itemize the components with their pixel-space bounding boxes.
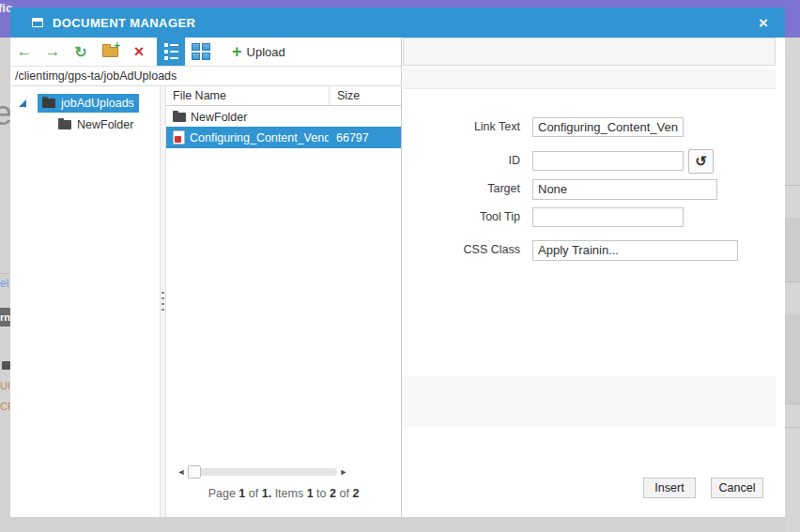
css-class-label: CSS Class — [402, 243, 520, 256]
background-table-column — [785, 38, 800, 532]
folder-icon — [58, 120, 71, 129]
scrollbar-thumb[interactable] — [188, 465, 201, 479]
file-row-newfolder[interactable]: NewFolder — [166, 109, 401, 126]
link-text-label: Link Text — [402, 120, 520, 133]
refresh-button[interactable]: ↻ — [67, 38, 95, 66]
background-row-divider — [785, 281, 800, 282]
background-icon-fragment — [2, 361, 10, 370]
target-selected-value: None — [538, 182, 567, 196]
background-button-fragment: rn — [0, 308, 10, 327]
upload-plus-icon: + — [232, 42, 242, 62]
upload-button[interactable]: + Upload — [226, 38, 291, 66]
grid-view-button[interactable] — [185, 38, 217, 66]
forward-button[interactable]: → — [38, 38, 67, 66]
column-header-size[interactable]: Size — [329, 86, 401, 105]
file-list-header: File Name Size — [166, 86, 401, 106]
horizontal-scrollbar: ◄ ► — [166, 464, 401, 479]
folder-tree-panel: jobAdUploads NewFolder — [10, 86, 160, 517]
delete-icon: × — [125, 42, 153, 62]
scroll-left-icon[interactable]: ◄ — [175, 467, 188, 477]
tree-node-jobaduploads[interactable]: jobAdUploads — [38, 94, 139, 113]
target-label: Target — [402, 182, 520, 195]
new-folder-button[interactable]: + — [95, 38, 125, 66]
css-class-select[interactable]: Apply Trainin... ▼ — [532, 240, 738, 261]
scrollbar-track[interactable] — [188, 468, 337, 476]
tool-tip-label: Tool Tip — [402, 210, 520, 223]
scroll-right-icon[interactable]: ► — [337, 467, 350, 477]
pdf-file-icon — [173, 130, 185, 144]
list-view-icon — [164, 43, 178, 60]
list-view-button[interactable] — [157, 38, 185, 66]
column-header-file-name[interactable]: File Name — [166, 86, 329, 105]
close-icon[interactable]: × — [753, 15, 774, 31]
file-row-selected-pdf[interactable]: Configuring_Content_Vendo 66797 — [166, 127, 401, 148]
address-path: /clientimg/gps-ta/jobAdUploads — [10, 67, 401, 86]
screen-background: fic e el rn UI CR DOCUMENT MANAGER × ← →… — [0, 0, 800, 532]
background-link-fragment: el — [0, 277, 8, 290]
id-refresh-button[interactable]: ↺ — [688, 149, 714, 174]
link-text-input[interactable] — [532, 117, 684, 137]
grid-view-icon — [192, 43, 210, 60]
tool-tip-input[interactable] — [532, 207, 684, 227]
css-class-selected-value: Apply Trainin... — [538, 243, 619, 257]
id-label: ID — [402, 154, 520, 167]
background-text-fragment-1: UI — [0, 380, 10, 391]
cancel-button[interactable]: Cancel — [711, 478, 763, 498]
background-row-block — [785, 218, 800, 281]
window-icon — [32, 18, 43, 27]
tree-node-label: NewFolder — [77, 118, 133, 131]
pager-number: 1 — [307, 487, 314, 500]
file-name: NewFolder — [191, 111, 247, 124]
file-toolbar: ← → ↻ + × + Upload — [10, 38, 401, 67]
pager-text: of — [339, 487, 348, 500]
pager-text: of — [249, 487, 258, 500]
back-button[interactable]: ← — [10, 38, 38, 66]
delete-button[interactable]: × — [125, 38, 153, 66]
pager-number: 2 — [330, 487, 336, 500]
id-input[interactable] — [532, 151, 684, 171]
back-icon: ← — [10, 42, 38, 61]
background-row-divider — [785, 427, 800, 428]
background-row-block — [785, 314, 800, 403]
document-manager-dialog: DOCUMENT MANAGER × ← → ↻ + × — [10, 8, 785, 517]
tree-expand-icon[interactable] — [19, 99, 26, 107]
insert-button[interactable]: Insert — [643, 478, 696, 498]
link-properties-panel: Link Text ID ↺ Target None ▾ Tool Tip CS… — [401, 38, 785, 517]
pager-status: Page 1 of 1. Items 1 to 2 of 2 — [166, 487, 401, 500]
dialog-title: DOCUMENT MANAGER — [53, 16, 195, 30]
background-row-divider — [785, 403, 800, 404]
panel-splitter[interactable] — [160, 86, 166, 517]
file-list-panel: File Name Size NewFolder Configuring_Con… — [166, 86, 401, 517]
tree-node-newfolder[interactable]: NewFolder — [58, 116, 133, 133]
pager-text: to — [316, 487, 326, 500]
background-row-divider — [785, 185, 800, 186]
pager-text: Items — [275, 487, 304, 500]
folder-icon — [173, 113, 186, 122]
folder-icon — [42, 99, 55, 108]
refresh-icon: ↻ — [67, 43, 95, 61]
properties-header-area — [403, 38, 776, 66]
id-refresh-icon: ↺ — [695, 153, 707, 169]
properties-subheader-area — [403, 68, 776, 89]
upload-button-label: Upload — [247, 45, 285, 59]
dialog-titlebar: DOCUMENT MANAGER × — [10, 8, 785, 38]
new-folder-plus-icon: + — [115, 39, 120, 51]
pager-text: Page — [208, 487, 236, 500]
pager-number: 1 — [238, 487, 245, 500]
file-size: 66797 — [329, 131, 401, 144]
splitter-grip-icon — [162, 292, 164, 312]
target-select[interactable]: None ▾ — [532, 179, 717, 200]
pager-number: 2 — [352, 487, 359, 500]
pager-number: 1. — [262, 487, 271, 500]
tree-node-label: jobAdUploads — [61, 97, 134, 110]
properties-lower-section — [402, 376, 776, 427]
file-name: Configuring_Content_Vendo — [190, 131, 329, 144]
background-divider-line — [0, 273, 10, 274]
forward-icon: → — [38, 42, 67, 61]
